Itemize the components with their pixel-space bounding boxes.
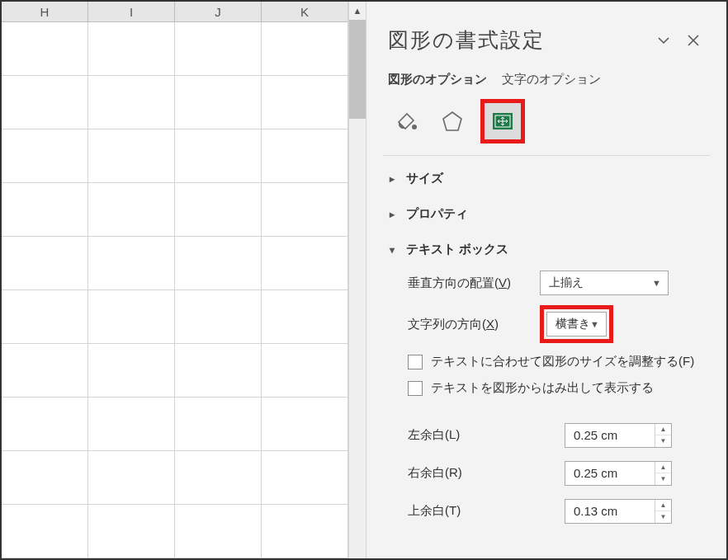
svg-point-0 [412, 125, 417, 129]
pentagon-icon [440, 109, 465, 134]
spinner-down-button[interactable]: ▼ [655, 511, 671, 523]
vertical-alignment-row: 垂直方向の配置(V) 上揃え ▼ [408, 266, 710, 300]
grid-cell[interactable] [175, 22, 262, 75]
scroll-thumb[interactable] [349, 20, 366, 119]
top-margin-value[interactable]: 0.13 cm [565, 500, 655, 523]
grid-cell[interactable] [175, 344, 262, 397]
grid-cell[interactable] [2, 237, 88, 289]
grid-cell[interactable] [88, 129, 175, 182]
grid-row [2, 237, 347, 290]
grid-cell[interactable] [88, 22, 175, 75]
grid-cell[interactable] [262, 76, 347, 129]
pane-header: 図形の書式設定 [366, 2, 726, 60]
paint-bucket-icon [394, 109, 418, 134]
grid-row [2, 290, 347, 344]
grid-cell[interactable] [262, 22, 347, 75]
section-size-header[interactable]: ▸ サイズ [390, 166, 710, 191]
grid-cell[interactable] [2, 290, 88, 343]
effects-category[interactable] [434, 103, 470, 139]
grid-cell[interactable] [2, 451, 88, 504]
pane-title: 図形の書式設定 [388, 26, 645, 54]
section-textbox-header[interactable]: ▾ テキスト ボックス [390, 237, 710, 262]
right-margin-spinner[interactable]: 0.25 cm ▲ ▼ [565, 461, 672, 486]
autofit-checkbox[interactable] [408, 355, 423, 369]
grid-cell[interactable] [88, 451, 175, 504]
section-size: ▸ サイズ [366, 161, 726, 196]
grid-cell[interactable] [175, 505, 262, 558]
spinner-up-button[interactable]: ▲ [655, 424, 671, 436]
grid-row [2, 76, 347, 129]
grid-cell[interactable] [175, 290, 262, 343]
grid-cell[interactable] [88, 505, 175, 558]
left-margin-value[interactable]: 0.25 cm [565, 424, 655, 447]
grid-row [2, 344, 347, 398]
close-button[interactable] [682, 29, 705, 52]
autofit-row: テキストに合わせて図形のサイズを調整する(F) [408, 348, 710, 374]
grid-cell[interactable] [2, 129, 88, 182]
text-direction-value: 横書き [555, 317, 590, 332]
highlight-size-category [480, 99, 525, 144]
grid-cell[interactable] [175, 237, 262, 289]
section-properties-header[interactable]: ▸ プロパティ [390, 201, 710, 227]
collapse-button[interactable] [652, 29, 675, 52]
scroll-track[interactable] [349, 20, 366, 558]
column-header[interactable]: I [88, 2, 175, 21]
spinner-up-button[interactable]: ▲ [655, 500, 671, 512]
right-margin-value[interactable]: 0.25 cm [565, 462, 655, 485]
grid-cell[interactable] [175, 183, 262, 236]
grid-cell[interactable] [175, 76, 262, 129]
chevron-right-icon: ▸ [390, 209, 399, 220]
highlight-text-direction: 横書き ▼ [540, 305, 613, 343]
grid-cell[interactable] [175, 398, 262, 450]
vertical-scrollbar[interactable]: ▲ [348, 2, 366, 558]
fill-line-category[interactable] [388, 103, 424, 139]
chevron-right-icon: ▸ [390, 173, 399, 185]
overflow-row: テキストを図形からはみ出して表示する [408, 374, 710, 401]
dropdown-icon: ▼ [590, 319, 599, 329]
top-margin-row: 上余白(T) 0.13 cm ▲ ▼ [408, 492, 710, 530]
column-header[interactable]: K [262, 2, 347, 21]
tab-text-options[interactable]: 文字のオプション [502, 72, 601, 87]
section-size-label: サイズ [406, 171, 443, 186]
grid-cell[interactable] [88, 290, 175, 343]
grid-row [2, 398, 347, 451]
grid-cell[interactable] [262, 183, 347, 236]
grid-cell[interactable] [262, 398, 347, 450]
grid-cell[interactable] [2, 505, 88, 558]
grid-cell[interactable] [175, 451, 262, 504]
grid-cell[interactable] [2, 344, 88, 397]
vertical-alignment-select[interactable]: 上揃え ▼ [540, 271, 669, 295]
grid-cell[interactable] [88, 237, 175, 289]
grid-cell[interactable] [175, 129, 262, 182]
vertical-alignment-label: 垂直方向の配置(V) [408, 275, 532, 291]
left-margin-spinner[interactable]: 0.25 cm ▲ ▼ [565, 423, 672, 448]
grid-cell[interactable] [88, 344, 175, 397]
grid-cell[interactable] [262, 344, 347, 397]
grid-cell[interactable] [262, 451, 347, 504]
column-header[interactable]: H [2, 2, 88, 21]
spinner-down-button[interactable]: ▼ [655, 435, 671, 447]
grid-cell[interactable] [262, 129, 347, 182]
grid-cell[interactable] [2, 398, 88, 450]
size-properties-category[interactable] [485, 103, 521, 139]
text-direction-select[interactable]: 横書き ▼ [546, 312, 607, 336]
spinner-up-button[interactable]: ▲ [655, 462, 671, 474]
grid-cell[interactable] [262, 290, 347, 343]
column-header[interactable]: J [175, 2, 262, 21]
grid-cell[interactable] [88, 398, 175, 450]
top-margin-spinner[interactable]: 0.13 cm ▲ ▼ [565, 499, 672, 524]
grid-cell[interactable] [262, 237, 347, 289]
spinner-down-button[interactable]: ▼ [655, 473, 671, 485]
vertical-alignment-value: 上揃え [549, 275, 584, 290]
grid-cell[interactable] [2, 22, 88, 75]
grid-cell[interactable] [88, 76, 175, 129]
grid-cell[interactable] [262, 505, 347, 558]
grid[interactable] [2, 22, 347, 558]
overflow-checkbox[interactable] [408, 381, 423, 396]
tab-shape-options[interactable]: 図形のオプション [388, 72, 487, 87]
grid-cell[interactable] [2, 183, 88, 236]
grid-row [2, 22, 347, 76]
grid-cell[interactable] [88, 183, 175, 236]
grid-cell[interactable] [2, 76, 88, 129]
scroll-up-button[interactable]: ▲ [349, 2, 366, 20]
